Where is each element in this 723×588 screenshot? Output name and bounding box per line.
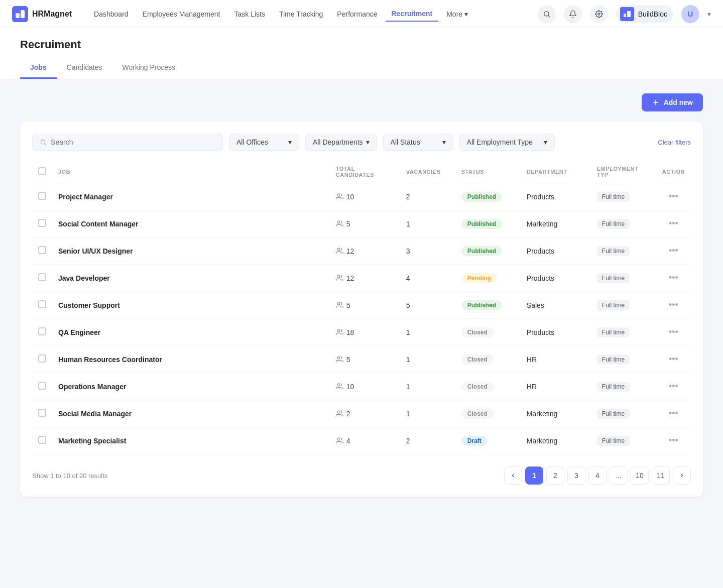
status-filter[interactable]: All Status ▾ <box>383 134 453 151</box>
row-action-8: ••• <box>656 400 691 427</box>
row-vacancies-8: 1 <box>400 400 455 427</box>
table-row: QA Engineer 18 1 Closed Products Full ti… <box>32 319 691 346</box>
settings-button[interactable] <box>590 5 608 23</box>
row-checkbox-9[interactable] <box>38 436 46 444</box>
row-checkbox-6[interactable] <box>38 355 46 363</box>
row-employment-type-5: Full time <box>591 319 656 346</box>
row-candidates-7: 10 <box>330 373 400 400</box>
pagination-prev[interactable] <box>504 466 522 485</box>
nav-links: Dashboard Employees Management Task List… <box>88 7 538 22</box>
row-job-7: Operations Manager <box>52 373 330 400</box>
page-tabs: Jobs Candidates Working Process <box>20 57 703 79</box>
user-avatar[interactable]: U <box>681 5 699 23</box>
svg-line-4 <box>548 16 550 17</box>
nav-employees[interactable]: Employees Management <box>137 7 226 21</box>
table-row: Customer Support 5 5 Published Sales Ful… <box>32 292 691 319</box>
search-icon <box>40 139 47 146</box>
page-4-button[interactable]: 4 <box>588 466 607 485</box>
row-checkbox-1[interactable] <box>38 219 46 227</box>
nav-right: BuildBloc U ▾ <box>538 5 711 23</box>
row-department-7: HR <box>521 373 591 400</box>
row-more-button-3[interactable]: ••• <box>665 272 682 284</box>
search-filter[interactable] <box>32 134 223 151</box>
pagination-next[interactable] <box>673 466 691 485</box>
row-status-2: Published <box>455 238 521 265</box>
nav-task-lists[interactable]: Task Lists <box>228 7 271 21</box>
svg-point-20 <box>337 411 340 413</box>
chevron-down-icon: ▾ <box>442 138 446 146</box>
row-more-button-5[interactable]: ••• <box>665 326 682 338</box>
row-employment-type-2: Full time <box>591 238 656 265</box>
page-ellipsis[interactable]: ... <box>610 466 628 485</box>
select-all-checkbox[interactable] <box>38 167 46 175</box>
page-11-button[interactable]: 11 <box>652 466 670 485</box>
row-checkbox-4[interactable] <box>38 300 46 308</box>
notifications-button[interactable] <box>564 5 582 23</box>
users-icon <box>336 356 343 363</box>
svg-point-15 <box>337 275 340 278</box>
row-action-5: ••• <box>656 319 691 346</box>
row-department-9: Marketing <box>521 427 591 454</box>
nav-dashboard[interactable]: Dashboard <box>88 7 135 21</box>
tab-working-process[interactable]: Working Process <box>112 57 186 79</box>
row-more-button-6[interactable]: ••• <box>665 353 682 366</box>
page-3-button[interactable]: 3 <box>567 466 585 485</box>
row-checkbox-7[interactable] <box>38 382 46 390</box>
offices-filter[interactable]: All Offices ▾ <box>229 134 299 151</box>
page-2-button[interactable]: 2 <box>546 466 564 485</box>
page-10-button[interactable]: 10 <box>631 466 649 485</box>
employment-type-filter[interactable]: All Employment Type ▾ <box>459 134 555 151</box>
row-job-5: QA Engineer <box>52 319 330 346</box>
row-more-button-9[interactable]: ••• <box>665 434 682 447</box>
row-action-2: ••• <box>656 238 691 265</box>
tab-jobs[interactable]: Jobs <box>20 57 57 79</box>
nav-time-tracking[interactable]: Time Tracking <box>273 7 329 21</box>
table-row: Marketing Specialist 4 2 Draft Marketing… <box>32 427 691 454</box>
row-candidates-5: 18 <box>330 319 400 346</box>
logo[interactable]: HRMagnet <box>12 6 72 22</box>
clear-filters-button[interactable]: Clear filters <box>658 139 691 146</box>
svg-point-12 <box>337 194 340 196</box>
row-checkbox-8[interactable] <box>38 409 46 417</box>
chevron-down-icon[interactable]: ▾ <box>707 10 711 18</box>
col-header-candidates: TOTAL CANDIDATES <box>330 161 400 183</box>
departments-filter[interactable]: All Departments ▾ <box>305 134 377 151</box>
row-action-9: ••• <box>656 427 691 454</box>
search-input[interactable] <box>51 138 215 146</box>
page-1-button[interactable]: 1 <box>525 466 543 485</box>
row-action-7: ••• <box>656 373 691 400</box>
col-header-action: ACTION <box>656 161 691 183</box>
row-employment-type-1: Full time <box>591 210 656 238</box>
row-more-button-2[interactable]: ••• <box>665 245 682 257</box>
search-button[interactable] <box>538 5 556 23</box>
row-more-button-4[interactable]: ••• <box>665 299 682 311</box>
users-icon <box>336 274 343 282</box>
page-title: Recruiment <box>20 28 703 51</box>
row-checkbox-5[interactable] <box>38 327 46 335</box>
jobs-table: JOB TOTAL CANDIDATES VACANCIES STATUS DE… <box>32 161 691 454</box>
users-icon <box>336 220 343 227</box>
svg-rect-1 <box>16 13 20 18</box>
search-icon <box>543 10 551 18</box>
row-vacancies-2: 3 <box>400 238 455 265</box>
row-checkbox-2[interactable] <box>38 246 46 254</box>
table-row: Java Developer 12 4 Pending Products Ful… <box>32 265 691 292</box>
tab-candidates[interactable]: Candidates <box>57 57 112 79</box>
pagination-info: Show 1 to 10 of 20 results <box>32 472 107 480</box>
row-more-button-0[interactable]: ••• <box>665 190 682 203</box>
row-checkbox-3[interactable] <box>38 273 46 281</box>
org-badge[interactable]: BuildBloc <box>616 5 673 23</box>
row-more-button-8[interactable]: ••• <box>665 407 682 420</box>
gear-icon <box>595 10 603 18</box>
svg-point-14 <box>337 248 340 251</box>
table-row: Senior UI/UX Designer 12 3 Published Pro… <box>32 238 691 265</box>
nav-performance[interactable]: Performance <box>331 7 383 21</box>
nav-recruitment[interactable]: Recruitment <box>386 7 439 22</box>
add-new-button[interactable]: Add new <box>642 93 703 111</box>
row-more-button-1[interactable]: ••• <box>665 217 682 230</box>
table-row: Social Media Manager 2 1 Closed Marketin… <box>32 400 691 427</box>
nav-more[interactable]: More ▾ <box>440 7 474 21</box>
row-candidates-1: 5 <box>330 210 400 238</box>
row-more-button-7[interactable]: ••• <box>665 380 682 393</box>
row-checkbox-0[interactable] <box>38 192 46 200</box>
